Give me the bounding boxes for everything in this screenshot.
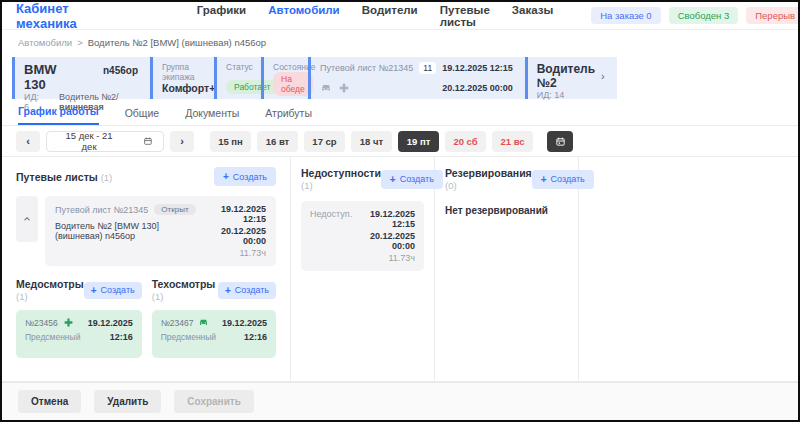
status-card: Статус Работает <box>214 57 261 99</box>
calendar-day-icon <box>555 136 566 147</box>
unavailability-column: Недоступности (1) +Создать Недоступ... 1… <box>291 157 435 381</box>
reservations-column: Резервирования (0) +Создать Нет резервир… <box>435 157 579 381</box>
badge-free[interactable]: Свободен 3 <box>669 7 739 24</box>
unavailability-duration: 11.73ч <box>352 253 415 263</box>
vehicle-model: BMW 130 <box>24 62 77 92</box>
badge-on-order[interactable]: На заказе 0 <box>591 7 660 24</box>
empty-panel <box>579 157 798 381</box>
day-button-wed[interactable]: 17 ср <box>304 131 345 152</box>
reservations-empty-text: Нет резервирований <box>445 205 568 216</box>
med-number: №23456 <box>25 317 74 328</box>
state-card: Состояние На обеде <box>261 57 308 99</box>
day-button-sun[interactable]: 21 вс <box>492 131 533 152</box>
medical-cross-icon <box>63 317 74 328</box>
cancel-button[interactable]: Отмена <box>18 390 81 413</box>
state-value-badge: На обеде <box>273 72 313 96</box>
date-range-button[interactable]: 15 дек - 21 дек <box>46 131 164 152</box>
tab-general[interactable]: Общие <box>125 107 160 125</box>
delete-button[interactable]: Удалить <box>94 390 161 413</box>
detail-tabs: График работы Общие Документы Атрибуты <box>2 102 798 126</box>
unavailability-start: 19.12.2025 12:15 <box>352 209 415 229</box>
top-bar: Кабинет механика Графики Автомобили Води… <box>2 2 798 30</box>
waybill-end: 20.12.2025 00:00 <box>442 83 513 93</box>
waybill-start: 19.12.2025 12:15 <box>442 63 513 73</box>
badge-break[interactable]: Перерыв 1 <box>746 7 800 24</box>
vehicle-card[interactable]: BMW 130 n456ор ИД: 6 Водитель №2/вишнева… <box>12 57 150 99</box>
crew-group-value: Комфорт+ <box>162 82 202 94</box>
breadcrumb-current: Водитель №2 [BMW] (вишневая) n456ор <box>88 37 266 48</box>
day-button-mon[interactable]: 15 пн <box>210 131 251 152</box>
med-inspection-card[interactable]: №23456 19.12.2025 Предсменный 12:16 <box>16 310 142 358</box>
reservations-count: (0) <box>445 180 457 191</box>
plus-icon: + <box>225 285 231 296</box>
driver-id: ИД: 14 <box>537 90 605 100</box>
unavailability-end: 20.12.2025 00:00 <box>352 231 415 251</box>
tech-inspection-card[interactable]: №23467 19.12.2025 Предсменный 12:16 <box>152 310 276 358</box>
save-button[interactable]: Сохранить <box>174 390 254 413</box>
waybill-count-badge: 11 <box>419 62 436 74</box>
med-inspections-section: Медосмотры (1) +Создать №23456 19.12.202… <box>16 278 142 358</box>
nav-graphs[interactable]: Графики <box>197 4 246 28</box>
create-tech-button[interactable]: +Создать <box>218 282 276 299</box>
footer-actions: Отмена Удалить Сохранить <box>2 382 798 420</box>
create-unavailability-button[interactable]: +Создать <box>381 170 443 189</box>
create-med-button[interactable]: +Создать <box>84 282 142 299</box>
car-icon <box>320 82 332 94</box>
waybills-column: Путевые листы (1) +Создать Путевой лист … <box>2 157 291 381</box>
nav-orders[interactable]: Заказы <box>512 4 553 28</box>
unavailability-card[interactable]: Недоступ... 19.12.2025 12:15 20.12.2025 … <box>301 201 424 271</box>
driver-card[interactable]: Водитель №2 › ИД: 14 <box>525 57 617 99</box>
waybill-card-start: 19.12.2025 12:15 <box>208 204 266 224</box>
waybill-card-title: Путевой лист №21345 <box>55 205 148 215</box>
med-count: (1) <box>16 291 28 302</box>
open-calendar-button[interactable] <box>547 131 573 152</box>
status-badges: На заказе 0 Свободен 3 Перерыв 1 <box>591 7 800 24</box>
breadcrumb-root[interactable]: Автомобили <box>18 37 72 48</box>
tech-inspections-section: Техосмотры (1) +Создать №23467 19.12.202… <box>152 278 276 358</box>
crew-group-card: Группа экипажа Комфорт+ <box>150 57 214 99</box>
collapse-waybill-button[interactable] <box>16 196 38 242</box>
tech-date: 19.12.2025 <box>222 318 267 328</box>
app-title: Кабинет механика <box>16 1 77 31</box>
prev-week-button[interactable]: ‹ <box>16 131 40 152</box>
create-waybill-button[interactable]: +Создать <box>214 167 276 186</box>
nav-drivers[interactable]: Водители <box>362 4 418 28</box>
waybill-card-duration: 11.73ч <box>208 248 266 258</box>
nav-waybills[interactable]: Путевые листы <box>440 4 490 28</box>
unavailability-title: Недоступности (1) <box>301 167 381 191</box>
next-week-button[interactable]: › <box>170 131 194 152</box>
main-content: Путевые листы (1) +Создать Путевой лист … <box>2 156 798 382</box>
driver-name: Водитель №2 <box>537 62 597 90</box>
car-icon <box>198 317 209 328</box>
tab-work-schedule[interactable]: График работы <box>18 105 99 125</box>
waybill-card-end: 20.12.2025 00:00 <box>208 226 266 246</box>
tab-documents[interactable]: Документы <box>185 107 239 125</box>
waybills-count: (1) <box>101 172 113 183</box>
plus-icon: + <box>541 174 547 185</box>
tech-type: Предсменный <box>161 332 216 342</box>
tech-time: 12:16 <box>244 332 267 342</box>
day-button-thu[interactable]: 18 чт <box>351 131 392 152</box>
med-title: Медосмотры (1) <box>16 278 84 302</box>
day-button-fri-selected[interactable]: 19 пт <box>398 131 439 152</box>
nav-vehicles[interactable]: Автомобили <box>268 4 340 28</box>
date-navigation: ‹ 15 дек - 21 дек › 15 пн 16 вт 17 ср 18… <box>2 126 798 156</box>
main-nav: Графики Автомобили Водители Путевые лист… <box>197 4 554 28</box>
waybill-summary-card[interactable]: Путевой лист №21345 11 19.12.2025 12:15 … <box>308 57 525 99</box>
med-type: Предсменный <box>25 332 80 342</box>
unavailability-card-title: Недоступ... <box>310 209 352 263</box>
waybill-card[interactable]: Путевой лист №21345 Открыт Водитель №2 [… <box>45 196 276 266</box>
waybill-card-subtitle: Водитель №2 [BMW 130] (вишневая) n456ор <box>55 221 208 241</box>
tech-title: Техосмотры (1) <box>152 278 218 302</box>
medical-cross-icon <box>338 82 350 94</box>
crew-group-label: Группа экипажа <box>162 62 202 82</box>
day-button-tue[interactable]: 16 вт <box>257 131 298 152</box>
tab-attributes[interactable]: Атрибуты <box>265 107 312 125</box>
vehicle-plate: n456ор <box>103 65 138 76</box>
chevron-right-icon: › <box>601 70 605 82</box>
chevron-up-icon <box>22 214 32 224</box>
med-date: 19.12.2025 <box>88 318 133 328</box>
state-label: Состояние <box>273 62 296 72</box>
day-button-sat[interactable]: 20 сб <box>445 131 486 152</box>
plus-icon: + <box>223 171 229 182</box>
